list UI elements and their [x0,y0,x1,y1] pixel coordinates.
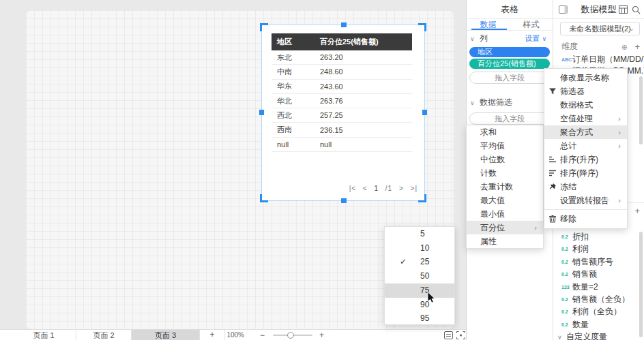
percentile-option-95[interactable]: 95 [385,311,454,326]
fit-screen-icon[interactable] [456,331,465,339]
fit-width-icon[interactable] [444,331,453,339]
menu-item-max[interactable]: 最大值 [467,194,543,207]
table-view-icon[interactable] [619,5,628,14]
selection-corner-handle[interactable] [260,194,268,202]
selection-corner-handle[interactable] [418,23,426,31]
chevron-down-icon: ∨ [542,35,546,42]
add-dimension-button[interactable]: + [634,40,640,54]
menu-item-average[interactable]: 平均值 [467,139,543,153]
percentile-option-75[interactable]: 75 [385,283,454,298]
last-page-icon[interactable]: >| [411,185,418,192]
menu-item-data-format[interactable]: 数据格式 [544,98,627,112]
selection-resize-handle[interactable] [341,198,347,203]
page-number[interactable]: 1 [374,185,379,192]
percentile-option-10[interactable]: 10 [385,241,454,256]
bottom-bar: 页面 1 页面 2 页面 3 + 100% − + [0,329,466,340]
percentile-submenu: 5 10 ✓ 25 50 75 90 95 [384,226,455,325]
selection-resize-handle[interactable] [422,110,427,115]
table-cell: null [320,140,412,149]
percentile-option-5[interactable]: 5 [385,227,454,241]
submenu-arrow-icon: › [618,194,621,207]
menu-item-min[interactable]: 最小值 [467,207,543,221]
measure-field-item[interactable]: 0.2销售额 [553,268,644,280]
dataset-selector[interactable]: 未命名数据模型(2) ⌄ [560,22,640,35]
table-cell: 263.76 [320,97,412,105]
measure-field-item[interactable]: 0.2销售额序号 [553,256,644,268]
add-measure-button[interactable]: + [634,206,640,216]
menu-item-median[interactable]: 中位数 [467,153,543,166]
integer-type-icon: 123 [561,281,572,293]
selection-corner-handle[interactable] [260,23,268,31]
menu-item-remove[interactable]: 移除 [544,212,627,226]
drop-filter-zone[interactable]: 拖入字段 [469,112,550,125]
page-tab-2[interactable]: 页面 2 [76,330,132,340]
menu-item-filter[interactable]: 筛选器 [544,84,627,98]
measure-field-item[interactable]: 0.2折扣 [553,230,644,243]
menu-item-freeze[interactable]: 冻结 [544,180,627,194]
submenu-arrow-icon: › [618,112,621,125]
field-pill-measure[interactable]: 百分位25(销售额) [469,59,550,69]
menu-item-total[interactable]: 总计 › [544,139,627,153]
chevron-down-icon[interactable]: ∨ [470,99,475,106]
measure-field-item[interactable]: 0.2利润 [553,243,644,255]
menu-item-null-handling[interactable]: 空值处理 › [544,112,627,125]
zoom-out-button[interactable]: − [260,330,265,340]
menu-item-percentile[interactable]: 百分位 › [467,221,543,234]
menu-item-attribute[interactable]: 属性 [467,234,543,248]
menu-item-sum[interactable]: 求和 [467,125,543,139]
globe-icon[interactable]: ⊕ [621,40,628,55]
field-pill-dimension[interactable]: 地区 [469,47,550,57]
page-tab-3[interactable]: 页面 3 [132,330,200,340]
next-page-icon[interactable]: > [399,185,404,192]
scrollbar[interactable] [639,76,643,144]
menu-item-sort-ascending[interactable]: 排序(升序) [544,153,627,166]
search-icon[interactable] [632,5,641,14]
active-tab-underline [471,29,507,30]
table-cell: 西北 [272,110,320,121]
check-icon: ✓ [400,255,407,269]
selection-corner-handle[interactable] [418,194,426,202]
sort-ascending-icon [548,155,557,164]
menu-item-sort-descending[interactable]: 排序(降序) [544,166,627,180]
settings-link[interactable]: 设置 ∨ [525,31,549,46]
percentile-option-50[interactable]: 50 [385,269,454,283]
first-page-icon[interactable]: |< [349,185,356,192]
data-model-header: 数据模型 [553,0,644,19]
dimension-field-item[interactable]: ABC订单日期（MM/DD/Y… [553,54,644,65]
menu-item-jump-report[interactable]: 设置跳转报告 › [544,194,627,207]
selection-resize-handle[interactable] [341,22,347,27]
percentile-option-25[interactable]: ✓ 25 [385,255,454,269]
filter-section-header[interactable]: ∨ 数据筛选 [467,95,553,110]
zoom-slider-knob[interactable] [287,332,294,339]
percentile-option-90[interactable]: 90 [385,298,454,312]
scrollbar[interactable] [639,232,643,337]
text-type-icon: ABC [561,55,572,65]
custom-measures-section-header[interactable]: ∨ 自定义度量 [553,331,644,340]
table-pagination: |< < 1 /1 > >| [284,185,418,192]
columns-section-header[interactable]: ∨ 列 设置 ∨ [467,31,553,46]
table-cell: 西南 [272,125,320,135]
table-widget[interactable]: 地区 百分位25(销售额) 东北 263.20 中南 248.60 华东 243… [261,25,425,201]
measure-field-item[interactable]: 123数量=2 [553,281,644,293]
measure-field-item[interactable]: 0.2销售额（全负） [553,293,644,305]
selection-resize-handle[interactable] [259,110,264,115]
menu-item-count[interactable]: 计数 [467,166,543,180]
table-row: 西南 236.15 [272,123,412,137]
page-tab-1[interactable]: 页面 1 [12,330,76,340]
number-type-icon: 0.2 [561,319,572,330]
measure-field-item[interactable]: 0.2利润（全负） [553,305,644,318]
drop-field-zone[interactable]: 拖入字段 [469,72,550,84]
prev-page-icon[interactable]: < [363,185,368,192]
measure-field-item[interactable]: 0.2数量 [553,318,644,330]
menu-item-distinct-count[interactable]: 去重计数 [467,180,543,194]
measures-list: 0.2折扣 0.2利润 0.2销售额序号 0.2销售额 123数量=2 0.2销… [553,230,644,330]
tab-style[interactable]: 样式 [510,19,553,30]
zoom-in-button[interactable]: + [319,330,324,340]
chevron-down-icon: ∨ [557,334,562,340]
menu-item-aggregation[interactable]: 聚合方式 › [544,125,627,139]
menu-item-rename[interactable]: 修改显示名称 [544,71,627,84]
chevron-down-icon[interactable]: ∨ [470,35,475,42]
table-header-cell: 百分位25(销售额) [320,37,412,47]
table-cell: null [272,140,320,149]
page-total: /1 [385,185,392,192]
